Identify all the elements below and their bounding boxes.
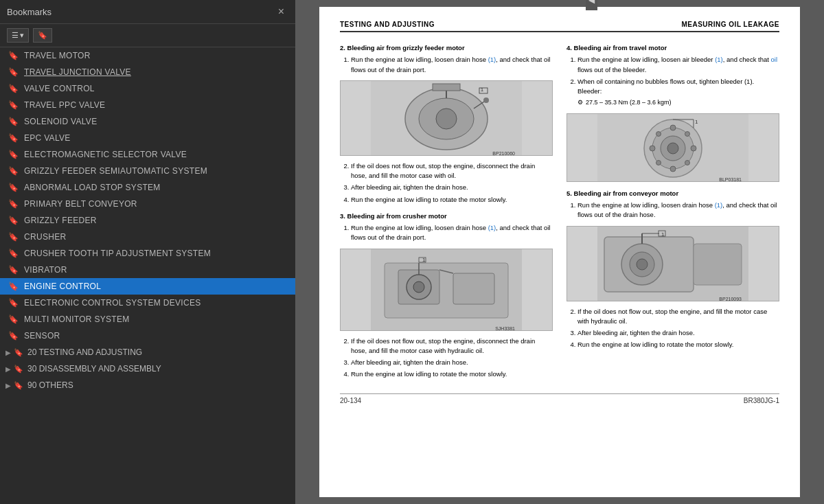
sidebar-item-abnormal-load-stop[interactable]: 🔖ABNORMAL LOAD STOP SYSTEM (0, 179, 295, 196)
section-3-remaining-steps: If the oil does not flow out, stop the e… (340, 336, 553, 380)
torque-spec: ⚙ 27.5 – 35.3 Nm (2.8 – 3.6 kgm) (577, 98, 779, 108)
sidebar-section-others[interactable]: ▶🔖90 OTHERS (0, 377, 295, 393)
section-5-remaining-steps: If the oil does not flow out, stop the e… (566, 307, 779, 350)
section-5-remaining: If the oil does not flow out, stop the e… (566, 307, 779, 350)
sidebar-collapse-button[interactable]: ◀ (586, 0, 597, 10)
sidebar-item-solenoid-valve[interactable]: 🔖SOLENOID VALVE (0, 113, 295, 130)
sidebar-item-travel-junction-valve[interactable]: 🔖TRAVEL JUNCTION VALVE (0, 64, 295, 80)
sidebar-item-label: SENSOR (24, 331, 60, 341)
section-2-steps: Run the engine at low idling, loosen dra… (340, 55, 553, 75)
expand-icon: ▶ (5, 349, 11, 356)
sidebar-item-label: TRAVEL JUNCTION VALVE (24, 67, 131, 77)
sidebar-item-engine-control[interactable]: 🔖ENGINE CONTROL (0, 278, 295, 295)
page-footer: 20-134 BR380JG-1 (340, 393, 779, 404)
bookmark-icon: 🔖 (8, 298, 19, 308)
sidebar-item-label: CRUSHER TOOTH TIP ADJUSTMENT SYSTEM (24, 249, 211, 258)
conveyor-motor-image-inner: 1 BP210093 (567, 227, 779, 301)
sidebar-item-multi-monitor-system[interactable]: 🔖MULTI MONITOR SYSTEM (0, 311, 295, 328)
svg-text:BP210093: BP210093 (719, 297, 742, 301)
close-button[interactable]: × (274, 4, 288, 19)
svg-point-29 (650, 146, 655, 151)
section-label: 20 TESTING AND ADJUSTING (27, 347, 142, 357)
sidebar-item-sensor[interactable]: 🔖SENSOR (0, 328, 295, 344)
crusher-motor-image-inner: 1 SJH3381 (341, 249, 552, 331)
svg-point-34 (685, 160, 690, 165)
sections-container: ▶🔖20 TESTING AND ADJUSTING▶🔖30 DISASSEMB… (0, 344, 295, 393)
section-4-step-1: Run the engine at low idling, loosen air… (577, 55, 779, 75)
sidebar-item-crusher-tooth-tip[interactable]: 🔖CRUSHER TOOTH TIP ADJUSTMENT SYSTEM (0, 245, 295, 262)
svg-rect-14 (453, 273, 494, 304)
bookmark-icon: 🔖 (8, 265, 19, 275)
sidebar-header: Bookmarks × (0, 0, 295, 24)
sidebar-item-label: EPC VALVE (24, 133, 71, 143)
sidebar-item-grizzly-feeder[interactable]: 🔖GRIZZLY FEEDER (0, 212, 295, 229)
travel-motor-image-inner: 1 BLP03181 (567, 114, 779, 182)
section-3-steps-2-4: If the oil does not flow out, stop the e… (340, 336, 553, 380)
svg-point-27 (670, 125, 676, 130)
section-4-steps: Run the engine at low idling, loosen air… (566, 55, 779, 108)
sidebar-item-valve-control[interactable]: 🔖VALVE CONTROL (0, 80, 295, 97)
bookmark-icon: 🔖 (8, 166, 19, 176)
svg-point-3 (436, 108, 457, 129)
grizzly-feeder-svg: 1 BP210060 (341, 81, 552, 156)
section-3: 3. Bleeding air from crusher motor Run t… (340, 211, 553, 243)
svg-rect-5 (433, 84, 460, 91)
sidebar-title: Bookmarks (7, 7, 52, 17)
crusher-motor-svg: 1 SJH3381 (341, 249, 552, 331)
svg-rect-41 (694, 244, 742, 285)
sidebar-item-electronic-control-system[interactable]: 🔖ELECTRONIC CONTROL SYSTEM DEVICES (0, 295, 295, 311)
travel-motor-image: 1 BLP03181 (566, 113, 779, 182)
torque-value: 27.5 – 35.3 Nm (2.8 – 3.6 kgm) (586, 98, 672, 108)
dropdown-icon: ▾ (20, 31, 24, 40)
sidebar-item-grizzly-feeder-semiautomatic[interactable]: 🔖GRIZZLY FEEDER SEMIAUTOMATIC SYSTEM (0, 163, 295, 179)
crusher-motor-image: 1 SJH3381 (340, 249, 553, 331)
toolbar-menu-button[interactable]: ☰ ▾ (7, 28, 29, 43)
section-bookmark-icon: 🔖 (14, 348, 23, 357)
toolbar-bookmark-button[interactable]: 🔖 (33, 28, 52, 43)
sidebar-item-label: ABNORMAL LOAD STOP SYSTEM (24, 183, 161, 192)
sidebar: Bookmarks × ☰ ▾ 🔖 🔖TRAVEL MOTOR🔖TRAVEL J… (0, 0, 295, 504)
sidebar-item-travel-ppc-valve[interactable]: 🔖TRAVEL PPC VALVE (0, 97, 295, 113)
sidebar-section-disassembly-assembly[interactable]: ▶🔖30 DISASSEMBLY AND ASSEMBLY (0, 360, 295, 377)
sidebar-item-label: GRIZZLY FEEDER SEMIAUTOMATIC SYSTEM (24, 166, 207, 176)
svg-point-26 (667, 143, 678, 154)
page-header-right: MEASURING OIL LEAKAGE (681, 21, 779, 28)
bookmark-icon: 🔖 (8, 117, 19, 126)
section-3-steps: Run the engine at low idling, loosen dra… (340, 223, 553, 243)
section-2-step-2: If the oil does not flow out, stop the e… (351, 161, 553, 181)
section-bookmark-icon: 🔖 (14, 365, 23, 374)
sidebar-item-electromagnetic-selector-valve[interactable]: 🔖ELECTROMAGNETIC SELECTOR VALVE (0, 146, 295, 163)
sidebar-item-label: VALVE CONTROL (24, 84, 95, 93)
bookmark-icon: 🔖 (8, 183, 19, 192)
svg-text:1: 1 (422, 257, 426, 263)
section-5: 5. Bleeding air from conveyor motor Run … (566, 189, 779, 220)
section-2-step-1: Run the engine at low idling, loosen dra… (351, 55, 553, 75)
conveyor-motor-image: 1 BP210093 (566, 226, 779, 301)
bookmark-icon: 🔖 (8, 199, 19, 209)
section-2-steps-2-4: If the oil does not flow out, stop the e… (340, 161, 553, 205)
section-3-step-3: After bleeding air, tighten the drain ho… (351, 358, 553, 367)
sidebar-item-vibrator[interactable]: 🔖VIBRATOR (0, 262, 295, 278)
doc-left-column: 2. Bleeding air from grizzly feeder moto… (340, 43, 553, 382)
sidebar-item-label: TRAVEL MOTOR (24, 51, 91, 60)
svg-point-28 (670, 166, 676, 172)
bookmark-icon: 🔖 (8, 232, 19, 242)
travel-motor-svg: 1 BLP03181 (567, 114, 779, 182)
grizzly-feeder-image-inner: 1 BP210060 (341, 81, 552, 156)
bookmark-icon: 🔖 (8, 331, 19, 341)
sidebar-item-primary-belt-conveyor[interactable]: 🔖PRIMARY BELT CONVEYOR (0, 196, 295, 212)
section-4: 4. Bleeding air from travel motor Run th… (566, 43, 779, 108)
sidebar-section-testing-adjusting[interactable]: ▶🔖20 TESTING AND ADJUSTING (0, 344, 295, 360)
bookmark-add-icon: 🔖 (38, 31, 47, 40)
section-3-heading: 3. Bleeding air from crusher motor (340, 212, 447, 220)
sidebar-item-epc-valve[interactable]: 🔖EPC VALVE (0, 130, 295, 146)
sidebar-item-crusher[interactable]: 🔖CRUSHER (0, 229, 295, 245)
sidebar-item-label: ELECTROMAGNETIC SELECTOR VALVE (24, 150, 187, 159)
svg-point-32 (685, 131, 690, 136)
document-area: TESTING AND ADJUSTING MEASURING OIL LEAK… (295, 0, 824, 504)
section-4-step-2: When oil containing no bubbles flows out… (577, 77, 779, 108)
sidebar-item-label: MULTI MONITOR SYSTEM (24, 314, 130, 324)
sidebar-item-travel-motor[interactable]: 🔖TRAVEL MOTOR (0, 47, 295, 64)
svg-point-7 (483, 98, 489, 103)
section-4-heading: 4. Bleeding air from travel motor (566, 44, 667, 51)
